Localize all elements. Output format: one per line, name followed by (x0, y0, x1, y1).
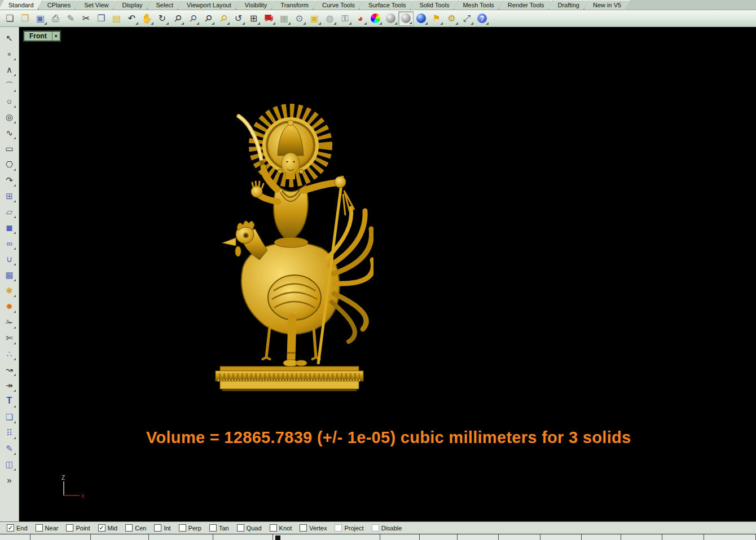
icon-color-wheel[interactable] (368, 11, 383, 26)
tab-set-view[interactable]: Set View (74, 0, 117, 10)
icon-array[interactable]: ⠿ (2, 424, 17, 440)
tab-visibility[interactable]: Visibility (235, 0, 276, 10)
icon-move-copy[interactable]: ❏ (2, 409, 17, 424)
icon-rotate-view[interactable]: ↻ (155, 11, 170, 26)
tab-cplanes[interactable]: CPlanes (38, 0, 80, 10)
tab-display[interactable]: Display (112, 0, 151, 10)
icon-boolean[interactable]: ∴ (2, 346, 17, 361)
icon-split[interactable]: ✄ (2, 330, 17, 346)
statusbar-cell[interactable] (380, 534, 420, 540)
icon-pointer[interactable]: ↖ (2, 30, 17, 46)
icon-lock[interactable]: ⚿ (337, 11, 353, 26)
icon-render-pie[interactable]: ◕ (353, 11, 368, 26)
icon-help[interactable]: ? (474, 11, 490, 26)
tab-mesh-tools[interactable]: Mesh Tools (453, 0, 502, 10)
osnap-quad[interactable]: Quad (237, 524, 262, 532)
tab-solid-tools[interactable]: Solid Tools (410, 0, 458, 10)
icon-blend-arc[interactable]: ↷ (2, 172, 17, 188)
icon-polyline[interactable]: ∧ (2, 61, 17, 77)
icon-cut[interactable]: ✂ (78, 11, 94, 26)
osnap-point[interactable]: Point (66, 524, 90, 532)
osnap-cen[interactable]: Cen (125, 524, 146, 532)
osnap-checkbox[interactable] (36, 524, 43, 532)
icon-rectangle[interactable]: ▭ (2, 140, 17, 156)
icon-visibility-pen[interactable]: ✎ (2, 440, 17, 456)
icon-surface-patch[interactable]: ⊞ (2, 188, 17, 203)
icon-curve-handle[interactable]: ↝ (2, 361, 17, 377)
tab-surface-tools[interactable]: Surface Tools (359, 0, 414, 10)
icon-paste[interactable]: ▤ (109, 11, 124, 26)
icon-box[interactable]: ◼ (2, 219, 17, 235)
icon-extend[interactable]: ↠ (2, 377, 17, 393)
statusbar-cell[interactable] (662, 534, 704, 540)
osnap-int[interactable]: Int (154, 524, 170, 532)
tab-curve-tools[interactable]: Curve Tools (313, 0, 363, 10)
icon-ellipse[interactable]: ◎ (2, 109, 17, 125)
osnap-project[interactable]: Project (335, 524, 363, 532)
icon-puzzle[interactable]: ✱ (2, 282, 17, 298)
tab-render-tools[interactable]: Render Tools (498, 0, 553, 10)
icon-copy[interactable]: ❐ (94, 11, 109, 26)
tab-standard[interactable]: Standard (0, 0, 42, 10)
icon-arc[interactable]: ⌒ (2, 77, 17, 93)
icon-gears[interactable]: ⚙ (444, 11, 459, 26)
osnap-checkbox[interactable] (209, 524, 217, 532)
osnap-end[interactable]: End (7, 524, 28, 532)
osnap-checkbox[interactable] (154, 524, 161, 532)
icon-edit-page[interactable]: ✎ (63, 11, 78, 26)
icon-shaded-sphere[interactable] (383, 11, 398, 26)
osnap-vertex[interactable]: Vertex (300, 524, 327, 532)
icon-zoom-window[interactable]: ⚲ (200, 11, 216, 26)
osnap-checkbox[interactable] (98, 524, 106, 532)
statusbar-cell[interactable] (420, 534, 458, 540)
statusbar-cell[interactable] (582, 534, 621, 540)
osnap-checkbox[interactable] (335, 524, 342, 532)
icon-explode[interactable]: ✹ (2, 298, 17, 314)
icon-point[interactable]: ∘ (2, 46, 17, 61)
statusbar-cell-layer[interactable] (273, 534, 380, 540)
osnap-checkbox[interactable] (237, 524, 244, 532)
osnap-mid[interactable]: Mid (98, 524, 118, 532)
tab-transform[interactable]: Transform (271, 0, 317, 10)
icon-new-file[interactable]: ❏ (2, 11, 17, 26)
icon-viewport-layout[interactable]: ⊞ (246, 11, 261, 26)
icon-dimension[interactable]: ⤢ (459, 11, 474, 26)
viewport-title-tab[interactable]: Front ▼ (24, 31, 60, 41)
statusbar-cell[interactable] (540, 534, 582, 540)
osnap-perp[interactable]: Perp (179, 524, 201, 532)
statusbar-cell[interactable] (458, 534, 499, 540)
viewport-menu-arrow-icon[interactable]: ▼ (52, 32, 60, 41)
icon-pan-hand[interactable]: ✋ (139, 11, 155, 26)
icon-block[interactable]: ◫ (2, 456, 17, 472)
icon-spheres[interactable]: ∞ (2, 235, 17, 251)
icon-mesh[interactable]: ▦ (2, 267, 17, 282)
icon-select-shapes[interactable]: ▣ (307, 11, 322, 26)
osnap-checkbox[interactable] (300, 524, 307, 532)
icon-car[interactable]: ⛟ (261, 11, 276, 26)
icon-save[interactable]: ▣ (33, 11, 48, 26)
osnap-checkbox[interactable] (179, 524, 186, 532)
osnap-checkbox[interactable] (66, 524, 73, 532)
icon-text-tool[interactable]: T (2, 393, 17, 409)
tab-new-in-v5[interactable]: New in V5 (583, 0, 630, 10)
icon-light-bulb[interactable]: ◍ (322, 11, 337, 26)
tab-viewport-layout[interactable]: Viewport Layout (177, 0, 240, 10)
icon-trim[interactable]: ✁ (2, 314, 17, 330)
icon-undo[interactable]: ↶ (124, 11, 139, 26)
front-viewport[interactable]: Front ▼ (19, 27, 756, 521)
icon-cylinder[interactable]: ∪ (2, 251, 17, 267)
icon-open-folder[interactable]: ❒ (17, 11, 33, 26)
icon-zoom-extents[interactable]: ⚲ (185, 11, 200, 26)
icon-curve[interactable]: ∿ (2, 125, 17, 140)
tab-drafting[interactable]: Drafting (548, 0, 588, 10)
osnap-checkbox[interactable] (372, 524, 379, 532)
osnap-tan[interactable]: Tan (209, 524, 229, 532)
icon-undo-view[interactable]: ↺ (231, 11, 246, 26)
icon-surface[interactable]: ▱ (2, 203, 17, 219)
icon-zoom-selected[interactable]: ⚲ (216, 11, 231, 26)
icon-zoom-in[interactable]: ⚲ (170, 11, 185, 26)
osnap-disable[interactable]: Disable (372, 524, 402, 532)
icon-rendered-sphere[interactable] (414, 11, 429, 26)
tab-select[interactable]: Select (147, 0, 182, 10)
icon-ghosted-sphere[interactable] (398, 11, 414, 26)
